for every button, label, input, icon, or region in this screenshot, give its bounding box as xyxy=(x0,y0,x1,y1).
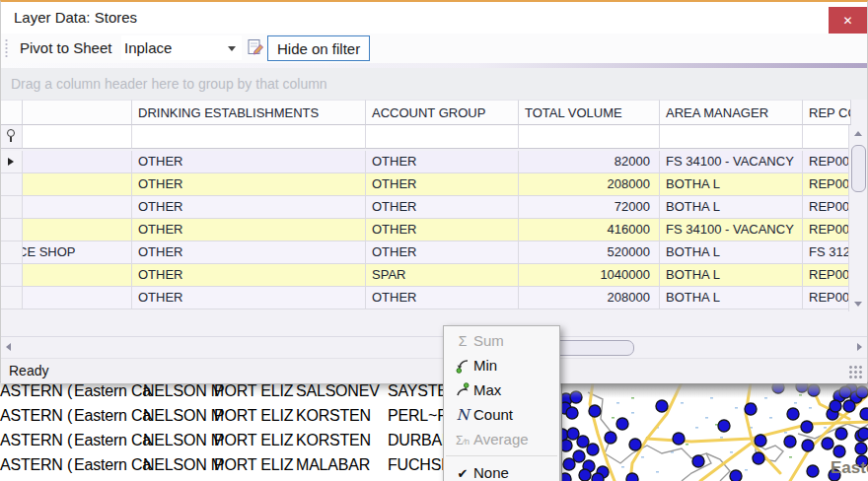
menu-item-max[interactable]: Max xyxy=(444,378,559,402)
table-row[interactable]: OTHEROTHER416000FS 34100 - VACANCYREP000 xyxy=(1,219,851,241)
store-marker[interactable] xyxy=(673,433,685,445)
grid-cell[interactable]: OTHER xyxy=(132,264,366,287)
store-marker[interactable] xyxy=(860,408,868,420)
grid-cell[interactable]: OTHER xyxy=(132,219,366,241)
grid-cell[interactable]: BOTHA L xyxy=(660,173,803,196)
store-marker[interactable] xyxy=(833,446,845,457)
row-header[interactable] xyxy=(1,264,23,287)
grid-cell[interactable]: CE SHOP xyxy=(23,241,132,264)
grid-cell[interactable]: OTHER xyxy=(132,287,366,309)
pivot-mode-combobox[interactable]: Inplace xyxy=(121,35,242,60)
grid-cell[interactable]: OTHER xyxy=(366,287,519,309)
store-marker[interactable] xyxy=(843,400,855,412)
grid-cell[interactable]: 416000 xyxy=(519,219,660,241)
store-marker[interactable] xyxy=(589,405,601,417)
table-row[interactable]: OTHEROTHER82000FS 34100 - VACANCYREP000 xyxy=(1,151,851,173)
vertical-scroll-thumb[interactable] xyxy=(851,145,866,192)
store-marker[interactable] xyxy=(626,473,638,481)
column-header-blank[interactable] xyxy=(23,100,132,125)
store-marker[interactable] xyxy=(855,443,867,454)
grid-cell[interactable]: SPAR xyxy=(366,264,519,287)
store-marker[interactable] xyxy=(858,428,868,440)
store-marker[interactable] xyxy=(718,420,730,432)
grid-cell[interactable]: REP000 xyxy=(803,173,851,196)
grid-cell[interactable]: REP000 xyxy=(803,196,851,219)
store-marker[interactable] xyxy=(835,428,847,440)
grid-cell[interactable]: 520000 xyxy=(519,241,660,264)
resize-grip[interactable] xyxy=(848,365,863,379)
close-button[interactable]: ✕ xyxy=(829,7,867,34)
row-header[interactable] xyxy=(1,287,23,309)
grid-cell[interactable]: OTHER xyxy=(132,241,366,264)
grid-cell[interactable]: REP000 xyxy=(803,264,851,287)
grid-cell[interactable]: OTHER xyxy=(132,173,366,196)
filter-cell[interactable] xyxy=(132,125,366,149)
filter-row-header[interactable] xyxy=(1,125,23,149)
chevron-down-icon[interactable] xyxy=(228,46,236,51)
scroll-left-icon[interactable] xyxy=(1,337,17,358)
scroll-right-icon[interactable] xyxy=(851,337,867,358)
store-marker[interactable] xyxy=(587,444,599,455)
background-table-row[interactable]: ASTERN (Eastern CaNELSON MPORT ELIZMALAB… xyxy=(0,452,506,477)
store-marker[interactable] xyxy=(616,418,628,430)
store-marker[interactable] xyxy=(856,386,868,398)
row-header[interactable] xyxy=(1,219,23,241)
store-marker[interactable] xyxy=(592,473,604,481)
grid-cell[interactable] xyxy=(23,196,132,219)
store-marker[interactable] xyxy=(570,391,582,403)
store-marker[interactable] xyxy=(579,469,591,481)
store-marker[interactable] xyxy=(566,407,578,419)
store-marker[interactable] xyxy=(577,436,589,447)
horizontal-scrollbar[interactable] xyxy=(1,336,867,358)
store-marker[interactable] xyxy=(730,470,742,481)
hide-on-filter-button[interactable]: Hide on filter xyxy=(267,35,370,61)
grid-cell[interactable] xyxy=(23,264,132,287)
store-marker[interactable] xyxy=(755,435,766,447)
store-marker[interactable] xyxy=(839,386,851,398)
grid-cell[interactable]: REP000 xyxy=(803,151,851,173)
grid-cell[interactable]: OTHER xyxy=(366,241,519,264)
grid-cell[interactable]: BOTHA L xyxy=(660,287,803,309)
grid-cell[interactable]: 72000 xyxy=(519,196,660,219)
column-header-area-manager[interactable]: AREA MANAGER xyxy=(660,100,803,125)
filter-cell[interactable] xyxy=(803,125,851,149)
grid-cell[interactable]: OTHER xyxy=(366,219,519,241)
grid-cell[interactable]: REP000 xyxy=(803,219,851,241)
table-row[interactable]: OTHEROTHER208000BOTHA LREP000 xyxy=(1,287,851,309)
store-marker[interactable] xyxy=(802,440,814,451)
row-header[interactable] xyxy=(1,151,23,173)
store-marker[interactable] xyxy=(822,438,833,449)
column-header-account-group[interactable]: ACCOUNT GROUP xyxy=(366,100,519,125)
grid-cell[interactable]: OTHER xyxy=(132,196,366,219)
filter-cell[interactable] xyxy=(23,125,132,149)
grid-cell[interactable]: BOTHA L xyxy=(660,241,803,264)
group-by-panel[interactable]: Drag a column header here to group by th… xyxy=(1,68,867,100)
filter-cell[interactable] xyxy=(366,125,519,149)
grid-cell[interactable]: REP000 xyxy=(803,287,851,309)
column-header-rep-code[interactable]: REP CODE xyxy=(803,100,851,125)
store-marker[interactable] xyxy=(784,436,796,447)
menu-item-min[interactable]: Min xyxy=(444,353,559,378)
store-marker[interactable] xyxy=(629,439,641,450)
store-marker[interactable] xyxy=(796,382,808,392)
grid-cell[interactable]: 82000 xyxy=(519,151,660,173)
menu-item-none[interactable]: ✔None xyxy=(444,460,559,481)
filter-cell[interactable] xyxy=(660,125,803,149)
pivot-to-sheet-button[interactable]: Pivot to Sheet xyxy=(13,34,118,61)
store-marker[interactable] xyxy=(772,382,784,393)
store-marker[interactable] xyxy=(787,408,799,420)
store-marker[interactable] xyxy=(830,400,841,412)
store-marker[interactable] xyxy=(692,455,704,467)
grid-cell[interactable]: FS 34100 - VACANCY xyxy=(660,151,803,173)
grid-cell[interactable]: OTHER xyxy=(366,151,519,173)
toolbar-drag-grip[interactable] xyxy=(5,38,8,58)
store-marker[interactable] xyxy=(573,450,585,462)
grid-cell[interactable]: FS 3120 xyxy=(803,241,851,264)
store-marker[interactable] xyxy=(563,458,575,470)
grid-cell[interactable]: BOTHA L xyxy=(660,264,803,287)
grid-cell[interactable]: BOTHA L xyxy=(660,196,803,219)
background-table-row[interactable]: ASTERN (Eastern CaNELSON MPORT ELIZKORST… xyxy=(0,428,506,452)
column-header-drinking-establishments[interactable]: DRINKING ESTABLISHMENTS xyxy=(132,100,366,125)
store-marker[interactable] xyxy=(562,440,572,451)
column-header-total-volume[interactable]: TOTAL VOLUME xyxy=(519,100,660,125)
